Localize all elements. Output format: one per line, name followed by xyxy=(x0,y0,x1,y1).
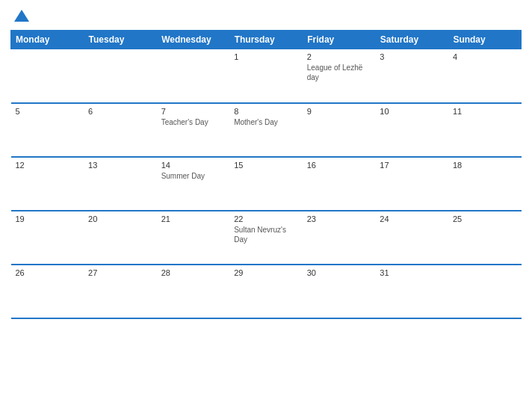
day-number: 15 xyxy=(234,161,298,170)
calendar-week-row: 262728293031 xyxy=(11,265,522,318)
calendar-cell: 6 xyxy=(84,103,157,157)
calendar-header-row: MondayTuesdayWednesdayThursdayFridaySatu… xyxy=(11,31,522,49)
logo xyxy=(10,7,30,24)
day-number: 29 xyxy=(234,268,298,277)
day-number: 10 xyxy=(380,107,444,116)
day-number: 20 xyxy=(88,214,152,223)
day-number: 9 xyxy=(307,107,371,116)
calendar-cell: 14Summer Day xyxy=(157,157,230,211)
day-number: 28 xyxy=(161,268,226,277)
day-number: 16 xyxy=(307,161,371,170)
day-number: 11 xyxy=(453,107,517,116)
calendar-cell: 22Sultan Nevruz's Day xyxy=(229,211,303,265)
day-number: 1 xyxy=(234,52,298,61)
calendar-cell: 4 xyxy=(448,49,522,103)
day-number: 26 xyxy=(16,268,80,277)
day-header-monday: Monday xyxy=(11,31,84,49)
calendar-cell: 11 xyxy=(448,103,522,157)
header xyxy=(10,7,522,24)
calendar-cell: 29 xyxy=(229,265,303,318)
day-number: 7 xyxy=(161,107,226,116)
calendar-cell xyxy=(448,265,522,318)
calendar-cell: 15 xyxy=(229,157,303,211)
day-header-sunday: Sunday xyxy=(448,31,522,49)
day-number: 30 xyxy=(307,268,371,277)
calendar-cell xyxy=(84,49,157,103)
day-number: 25 xyxy=(453,214,517,223)
page: MondayTuesdayWednesdayThursdayFridaySatu… xyxy=(0,0,532,411)
day-header-tuesday: Tuesday xyxy=(84,31,157,49)
day-header-wednesday: Wednesday xyxy=(157,31,230,49)
day-number: 19 xyxy=(16,214,80,223)
day-number: 12 xyxy=(16,161,80,170)
day-number: 8 xyxy=(234,107,298,116)
day-number: 23 xyxy=(307,214,371,223)
calendar-cell: 25 xyxy=(448,211,522,265)
calendar-cell: 10 xyxy=(375,103,448,157)
calendar-cell: 7Teacher's Day xyxy=(157,103,230,157)
day-number: 31 xyxy=(380,268,444,277)
calendar-cell: 18 xyxy=(448,157,522,211)
day-number: 22 xyxy=(234,214,298,223)
day-number: 27 xyxy=(88,268,152,277)
day-number: 2 xyxy=(307,52,371,61)
day-number: 13 xyxy=(88,161,152,170)
calendar-cell: 20 xyxy=(84,211,157,265)
holiday-label: Summer Day xyxy=(161,171,226,181)
day-number: 21 xyxy=(161,214,226,223)
calendar-cell: 2League of Lezhë day xyxy=(303,49,376,103)
day-header-saturday: Saturday xyxy=(375,31,448,49)
day-number: 17 xyxy=(380,161,444,170)
calendar-week-row: 121314Summer Day15161718 xyxy=(11,157,522,211)
calendar-cell: 1 xyxy=(229,49,303,103)
day-number: 5 xyxy=(16,107,80,116)
calendar-cell: 13 xyxy=(84,157,157,211)
svg-marker-0 xyxy=(14,10,29,22)
day-number: 18 xyxy=(453,161,517,170)
calendar-cell: 30 xyxy=(303,265,376,318)
calendar-cell: 12 xyxy=(11,157,84,211)
calendar-week-row: 567Teacher's Day8Mother's Day91011 xyxy=(11,103,522,157)
calendar-cell: 23 xyxy=(303,211,376,265)
calendar-week-row: 19202122Sultan Nevruz's Day232425 xyxy=(11,211,522,265)
calendar-cell: 17 xyxy=(375,157,448,211)
calendar-cell: 31 xyxy=(375,265,448,318)
calendar-cell: 26 xyxy=(11,265,84,318)
calendar-cell xyxy=(11,49,84,103)
day-number: 14 xyxy=(161,161,226,170)
calendar-cell: 9 xyxy=(303,103,376,157)
holiday-label: League of Lezhë day xyxy=(307,63,371,82)
calendar-cell: 19 xyxy=(11,211,84,265)
logo-icon xyxy=(13,7,30,24)
calendar-cell: 27 xyxy=(84,265,157,318)
calendar-cell: 3 xyxy=(375,49,448,103)
day-header-friday: Friday xyxy=(303,31,376,49)
day-number: 24 xyxy=(380,214,444,223)
calendar-cell: 8Mother's Day xyxy=(229,103,303,157)
day-number: 4 xyxy=(453,52,517,61)
calendar-cell: 16 xyxy=(303,157,376,211)
calendar-cell: 28 xyxy=(157,265,230,318)
holiday-label: Mother's Day xyxy=(234,117,298,127)
day-number: 3 xyxy=(380,52,444,61)
day-number: 6 xyxy=(88,107,152,116)
calendar-week-row: 12League of Lezhë day34 xyxy=(11,49,522,103)
holiday-label: Teacher's Day xyxy=(161,117,226,127)
calendar-cell xyxy=(157,49,230,103)
calendar-cell: 5 xyxy=(11,103,84,157)
calendar: MondayTuesdayWednesdayThursdayFridaySatu… xyxy=(10,30,522,319)
calendar-cell: 24 xyxy=(375,211,448,265)
calendar-cell: 21 xyxy=(157,211,230,265)
day-header-thursday: Thursday xyxy=(229,31,303,49)
holiday-label: Sultan Nevruz's Day xyxy=(234,225,298,244)
